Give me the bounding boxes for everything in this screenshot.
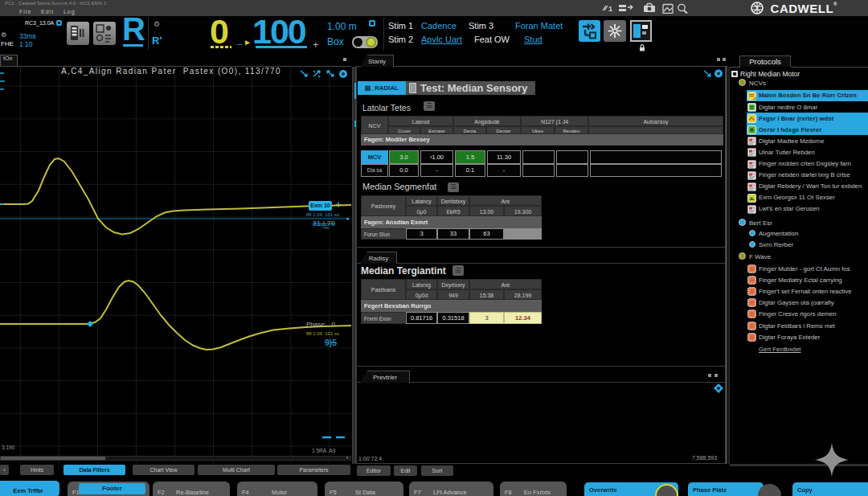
svg-text:1: 1 <box>608 5 612 13</box>
